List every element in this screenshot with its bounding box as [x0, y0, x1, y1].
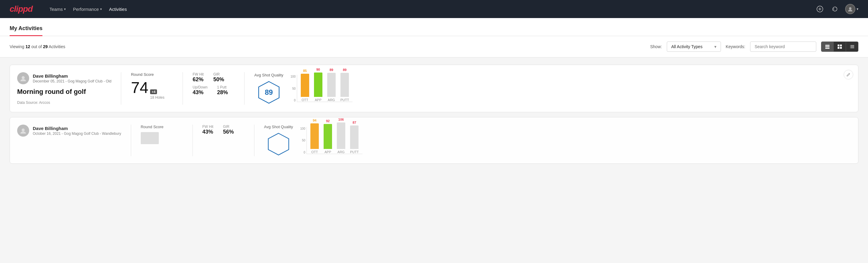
chart-bars: 94 OTT 92 APP 106 ARG 8	[307, 127, 363, 154]
activity-type-value: All Activity Types	[671, 44, 703, 49]
avg-shot-quality-section: Avg Shot Quality 89 100 50 0	[254, 72, 851, 105]
card-left: Dave Billingham October 16, 2021 - Gog M…	[17, 124, 121, 156]
gir-label: GIR	[213, 72, 224, 77]
one-putt-label: 1 Putt	[217, 85, 228, 89]
one-putt-value: 28%	[217, 89, 228, 96]
nav: Teams ▾ Performance ▾ Activities	[47, 5, 129, 13]
ott-value-label: 94	[313, 119, 316, 122]
logo[interactable]: clippd	[10, 4, 32, 14]
y-label-0: 0	[300, 151, 305, 154]
svg-point-19	[22, 128, 25, 132]
chart-col-ott: 85 OTT	[301, 69, 309, 102]
avatar	[845, 4, 856, 14]
chart-col-app: 90 APP	[314, 68, 322, 102]
svg-rect-8	[840, 45, 842, 46]
round-score-label: Round Score	[141, 124, 183, 129]
show-label: Show:	[650, 44, 662, 49]
fw-hit-stat: FW Hit 62%	[192, 72, 204, 83]
putt-x-label: PUTT	[350, 150, 359, 154]
svg-rect-7	[838, 45, 839, 46]
refresh-icon[interactable]	[830, 4, 840, 14]
search-input[interactable]	[750, 41, 816, 52]
chart-bars: 85 OTT 90 APP 89 ARG 89	[297, 75, 353, 102]
updown-stat: Up/Down 43%	[192, 85, 207, 96]
gir-value: 50%	[213, 77, 224, 83]
svg-rect-4	[825, 45, 830, 46]
add-icon[interactable]	[815, 4, 825, 14]
activity-list: Dave Billingham December 05, 2021 - Gog …	[0, 57, 868, 171]
svg-rect-10	[840, 47, 842, 49]
y-axis-labels: 100 50 0	[300, 127, 305, 154]
viewing-count: 12	[26, 44, 30, 49]
hexagon-container	[264, 132, 293, 156]
stat-row-1: FW Hit 62% GIR 50%	[192, 72, 235, 83]
user-date: December 05, 2021 - Gog Magog Golf Club …	[33, 79, 111, 83]
y-label-50: 50	[290, 87, 296, 90]
arg-value-label: 89	[330, 68, 333, 71]
user-menu-button[interactable]: ▾	[845, 4, 858, 14]
viewing-prefix: Viewing	[10, 44, 26, 49]
chart-col-putt: 87 PUTT	[350, 121, 359, 154]
nav-teams[interactable]: Teams ▾	[47, 5, 68, 13]
user-row: Dave Billingham October 16, 2021 - Gog M…	[17, 124, 121, 137]
activity-type-dropdown[interactable]: All Activity Types ▾	[667, 41, 721, 52]
divider	[192, 124, 193, 156]
avatar	[17, 72, 29, 84]
arg-x-label: ARG	[328, 98, 335, 102]
shot-quality-chart-2: 100 50 0 94 OTT 92 APP	[300, 127, 362, 154]
svg-rect-5	[825, 46, 830, 47]
fw-hit-value: 43%	[203, 129, 214, 135]
divider	[183, 72, 183, 105]
gir-stat: GIR 56%	[223, 124, 234, 135]
ott-x-label: OTT	[302, 98, 308, 102]
divider	[254, 124, 254, 156]
gir-value: 56%	[223, 129, 234, 135]
round-score-label: Round Score	[131, 72, 173, 77]
stat-row-2: Up/Down 43% 1 Putt 28%	[192, 85, 235, 96]
activity-card: Dave Billingham October 16, 2021 - Gog M…	[10, 117, 858, 164]
nav-activities-label: Activities	[109, 7, 127, 12]
y-label-0: 0	[290, 99, 296, 102]
edit-button[interactable]	[844, 70, 853, 80]
viewing-middle: out of	[30, 44, 43, 49]
list-view-button[interactable]	[846, 42, 858, 52]
ott-value-label: 85	[303, 69, 307, 72]
score-badge: +4	[150, 89, 157, 94]
shot-quality-chart: 100 50 0 85 OTT 90 APP	[290, 75, 352, 102]
header: clippd Teams ▾ Performance ▾ Activities	[0, 0, 868, 18]
activity-card: Dave Billingham December 05, 2021 - Gog …	[10, 65, 858, 112]
arg-bar	[337, 122, 345, 149]
fw-hit-stat: FW Hit 43%	[203, 124, 214, 135]
gir-stat: GIR 50%	[213, 72, 224, 83]
activity-title: Morning round of golf	[17, 88, 111, 96]
putt-bar	[350, 125, 359, 149]
stats-section: FW Hit 62% GIR 50% Up/Down 43% 1 Putt 28…	[192, 72, 235, 105]
app-bar	[323, 124, 332, 149]
nav-teams-label: Teams	[49, 7, 63, 12]
viewing-total: 29	[43, 44, 48, 49]
stats-section: FW Hit 43% GIR 56%	[203, 124, 245, 156]
list-compact-view-button[interactable]	[822, 42, 834, 52]
y-label-100: 100	[290, 75, 296, 78]
svg-marker-20	[268, 133, 289, 155]
app-bar	[314, 72, 322, 97]
avg-shot-quality-label: Avg Shot Quality	[264, 124, 293, 129]
nav-activities[interactable]: Activities	[107, 5, 129, 13]
viewing-suffix: Activities	[48, 44, 65, 49]
hexagon-score: 89	[265, 88, 273, 96]
gir-label: GIR	[223, 124, 234, 129]
app-value-label: 92	[326, 119, 330, 123]
putt-value-label: 87	[352, 121, 356, 124]
updown-value: 43%	[192, 89, 207, 96]
arg-x-label: ARG	[337, 150, 345, 154]
nav-performance-label: Performance	[73, 7, 99, 12]
user-chevron-icon: ▾	[857, 7, 858, 11]
grid-view-button[interactable]	[834, 42, 846, 52]
score-holes: 18 Holes	[150, 95, 164, 99]
fw-hit-value: 62%	[192, 77, 204, 83]
divider	[244, 72, 245, 105]
nav-performance[interactable]: Performance ▾	[71, 5, 104, 13]
teams-chevron-icon: ▾	[64, 7, 66, 11]
putt-bar	[340, 73, 349, 97]
avg-shot-quality-label: Avg Shot Quality	[254, 73, 283, 77]
